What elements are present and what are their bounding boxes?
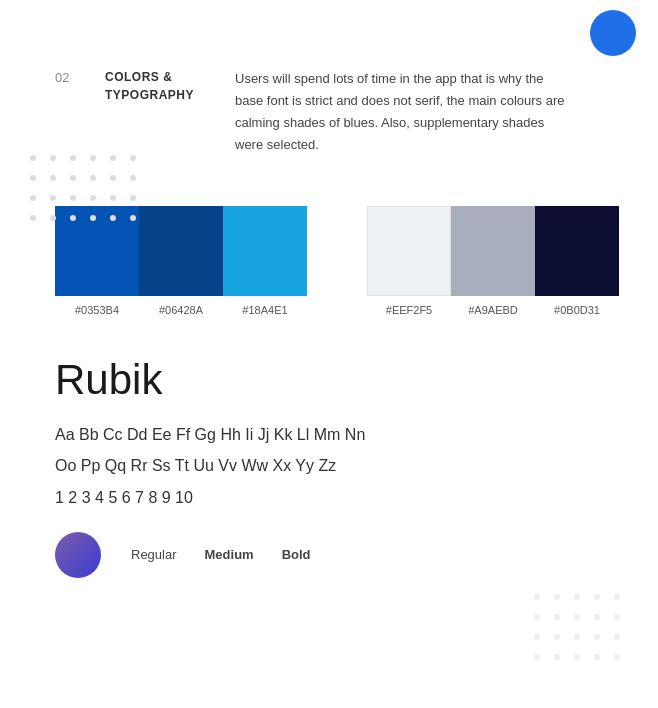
color-swatches-row-2 xyxy=(367,206,619,296)
weight-labels: Regular Medium Bold xyxy=(131,547,311,562)
color-label-2: #06428A xyxy=(139,304,223,316)
color-swatch-2 xyxy=(139,206,223,296)
color-label-4: #EEF2F5 xyxy=(367,304,451,316)
weight-bold: Bold xyxy=(282,547,311,562)
color-labels-row-2: #EEF2F5 #A9AEBD #0B0D31 xyxy=(367,304,619,316)
section-number: 02 xyxy=(55,70,85,85)
font-name: Rubik xyxy=(55,356,603,404)
color-label-1: #0353B4 xyxy=(55,304,139,316)
alphabet-line-1: Aa Bb Cc Dd Ee Ff Gg Hh Ii Jj Kk Ll Mm N… xyxy=(55,420,603,450)
color-group-2: #EEF2F5 #A9AEBD #0B0D31 xyxy=(367,206,619,316)
section-title: COLORS & TYPOGRAPHY xyxy=(105,68,205,104)
color-labels-row-1: #0353B4 #06428A #18A4E1 xyxy=(55,304,307,316)
color-label-3: #18A4E1 xyxy=(223,304,307,316)
color-label-6: #0B0D31 xyxy=(535,304,619,316)
decorative-dots-grid xyxy=(30,155,144,229)
decorative-dots-grid-bottom xyxy=(534,594,628,668)
weight-medium: Medium xyxy=(205,547,254,562)
weight-circle-icon xyxy=(55,532,101,578)
color-label-5: #A9AEBD xyxy=(451,304,535,316)
numbers-display: 1 2 3 4 5 6 7 8 9 10 xyxy=(55,483,603,513)
weight-regular: Regular xyxy=(131,547,177,562)
font-weights-section: Regular Medium Bold xyxy=(0,514,658,578)
color-swatch-4 xyxy=(367,206,451,296)
color-swatch-5 xyxy=(451,206,535,296)
alphabet-line-2: Oo Pp Qq Rr Ss Tt Uu Vv Ww Xx Yy Zz xyxy=(55,451,603,481)
section-header: 02 COLORS & TYPOGRAPHY Users will spend … xyxy=(0,0,658,156)
section-description: Users will spend lots of time in the app… xyxy=(235,68,565,156)
color-swatch-3 xyxy=(223,206,307,296)
color-swatch-6 xyxy=(535,206,619,296)
decorative-dot-top xyxy=(590,10,636,56)
typography-section: Rubik Aa Bb Cc Dd Ee Ff Gg Hh Ii Jj Kk L… xyxy=(0,316,658,513)
